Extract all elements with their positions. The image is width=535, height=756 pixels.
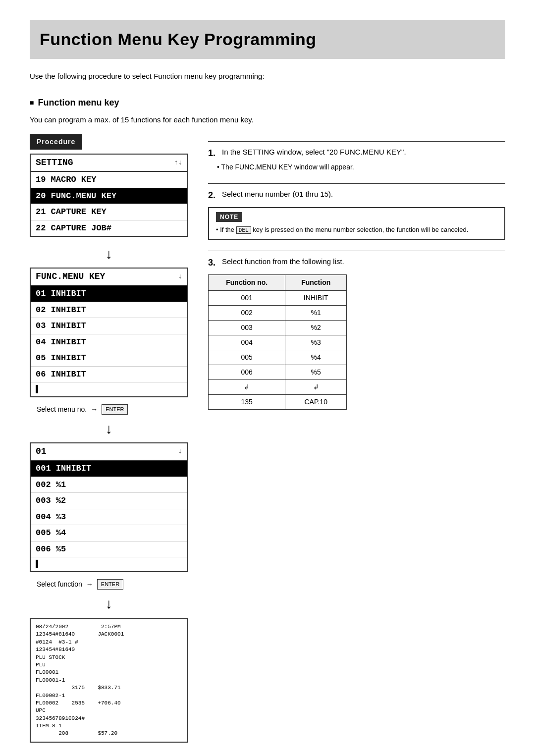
receipt-line-0: 08/24/2002 2:57PM: [36, 623, 182, 631]
func-menu-cursor-row: ▌: [31, 382, 187, 396]
section-desc: You can program a max. of 15 functions f…: [30, 114, 505, 126]
function-row-0: 001 INHIBIT: [31, 461, 187, 477]
page-title: Function Menu Key Programming: [30, 20, 505, 59]
procedure-label: Procedure: [30, 134, 82, 150]
enter-button-2[interactable]: ENTER: [97, 579, 123, 590]
func-table-row-4: 005%4: [209, 350, 347, 365]
select-menu-row: Select menu no. → ENTER: [37, 404, 188, 415]
function-table: Function no. Function 001INHIBIT002%1003…: [208, 274, 347, 410]
setting-row-1: 20 FUNC.MENU KEY: [31, 188, 187, 205]
func-table-row-2: 003%2: [209, 320, 347, 335]
arrow-down-3: ↓: [30, 594, 188, 614]
func-table-cell-5-1: %5: [285, 365, 347, 379]
main-content: Procedure SETTING ↑↓ 19 MACRO KEY 20 FUN…: [30, 134, 505, 743]
receipt-line-14: 208 $57.20: [36, 730, 182, 737]
step-1-text: In the SETTING window, select "20 FUNC.M…: [222, 147, 406, 158]
section-heading: Function menu key: [30, 96, 505, 109]
function-row-3: 004 %3: [31, 509, 187, 526]
receipt-line-9: FL00002-1: [36, 692, 182, 700]
arrow-right-1: →: [91, 404, 98, 415]
receipt-line-11: UPC: [36, 707, 182, 714]
func-table-header-0: Function no.: [209, 274, 285, 290]
note-label: NOTE: [216, 212, 242, 222]
step-3: 3. Select function from the following li…: [208, 256, 505, 410]
func-menu-row-5: 06 INHIBIT: [31, 367, 187, 383]
note-box: NOTE • If the DEL key is pressed on the …: [208, 207, 505, 240]
func-menu-row-1: 02 INHIBIT: [31, 302, 187, 319]
func-menu-display: FUNC.MENU KEY ↓ 01 INHIBIT 02 INHIBIT 03…: [30, 268, 188, 397]
arrow-right-2: →: [86, 579, 93, 590]
divider-1: [208, 141, 505, 142]
setting-arrows: ↑↓: [174, 158, 182, 168]
func-table-cell-5-0: 006: [209, 365, 285, 379]
receipt-line-7: FL00001-1: [36, 677, 182, 684]
func-table-cell-2-1: %2: [285, 320, 347, 335]
function-display: 01 ↓ 001 INHIBIT 002 %1 003 %2 004 %3 00…: [30, 442, 188, 572]
func-table-cell-7-1: CAP.10: [285, 394, 347, 409]
func-table-cell-2-0: 003: [209, 320, 285, 335]
note-text: • If the DEL key is pressed on the menu …: [216, 225, 497, 235]
func-menu-row-3: 04 INHIBIT: [31, 334, 187, 351]
receipt-line-2: #0124 #3-1 #: [36, 639, 182, 646]
step-2: 2. Select menu number (01 thru 15). NOTE…: [208, 189, 505, 240]
function-row-5: 006 %5: [31, 541, 187, 558]
func-table-cell-6-1: ↲: [285, 379, 347, 394]
receipt-line-1: 123454#81640 JACK0001: [36, 631, 182, 638]
receipt-display: 08/24/2002 2:57PM 123454#81640 JACK0001 …: [30, 618, 188, 743]
receipt-line-6: FL00001: [36, 669, 182, 676]
select-menu-label: Select menu no.: [37, 404, 87, 415]
left-column: Procedure SETTING ↑↓ 19 MACRO KEY 20 FUN…: [30, 134, 188, 743]
func-table-row-5: 006%5: [209, 365, 347, 379]
function-row-4: 005 %4: [31, 525, 187, 541]
receipt-line-12: 32345678910024#: [36, 715, 182, 722]
receipt-line-5: PLU: [36, 661, 182, 669]
func-menu-arrow: ↓: [178, 271, 182, 282]
step-1: 1. In the SETTING window, select "20 FUN…: [208, 147, 505, 172]
func-table-row-0: 001INHIBIT: [209, 290, 347, 305]
step-2-text: Select menu number (01 thru 15).: [222, 189, 333, 200]
func-menu-row-4: 05 INHIBIT: [31, 350, 187, 367]
receipt-line-8: 3175 $833.71: [36, 684, 182, 692]
func-menu-row-0: 01 INHIBIT: [31, 286, 187, 302]
func-table-cell-0-0: 001: [209, 290, 285, 305]
func-menu-header-row: FUNC.MENU KEY ↓: [31, 269, 187, 286]
func-table-cell-6-0: ↲: [209, 379, 285, 394]
func-table-cell-3-1: %3: [285, 335, 347, 350]
del-key: DEL: [236, 226, 251, 234]
func-table-header-1: Function: [285, 274, 347, 290]
setting-header-text: SETTING: [36, 156, 73, 169]
setting-row-0: 19 MACRO KEY: [31, 172, 187, 188]
func-table-cell-0-1: INHIBIT: [285, 290, 347, 305]
arrow-down-2: ↓: [30, 419, 188, 439]
func-table-row-7: 135CAP.10: [209, 394, 347, 409]
setting-display: SETTING ↑↓ 19 MACRO KEY 20 FUNC.MENU KEY…: [30, 154, 188, 237]
func-table-cell-4-0: 005: [209, 350, 285, 365]
intro-text: Use the following procedure to select Fu…: [30, 71, 505, 82]
function-header-arrow: ↓: [178, 446, 182, 457]
func-table-cell-4-1: %4: [285, 350, 347, 365]
step-1-sub: • The FUNC.MENU KEY window will appear.: [217, 162, 505, 172]
function-header-text: 01: [36, 445, 47, 458]
select-function-label: Select function: [37, 579, 82, 590]
func-menu-header-text: FUNC.MENU KEY: [36, 270, 105, 283]
step-1-number: 1.: [208, 147, 218, 160]
func-menu-row-2: 03 INHIBIT: [31, 318, 187, 334]
func-table-cell-1-1: %1: [285, 305, 347, 320]
receipt-line-10: FL00002 2535 +706.40: [36, 700, 182, 707]
function-row-2: 003 %2: [31, 493, 187, 509]
func-table-row-3: 004%3: [209, 335, 347, 350]
divider-3: [208, 251, 505, 251]
receipt-line-13: ITEM-8-1: [36, 722, 182, 730]
divider-2: [208, 183, 505, 184]
function-cursor-row: ▌: [31, 557, 187, 571]
receipt-line-3: 123454#81640: [36, 646, 182, 653]
select-function-row: Select function → ENTER: [37, 579, 188, 590]
right-column: 1. In the SETTING window, select "20 FUN…: [208, 134, 505, 421]
setting-header-row: SETTING ↑↓: [31, 155, 187, 172]
step-3-text: Select function from the following list.: [222, 256, 344, 268]
function-row-1: 002 %1: [31, 477, 187, 493]
enter-button-1[interactable]: ENTER: [102, 404, 128, 415]
setting-row-2: 21 CAPTURE KEY: [31, 204, 187, 220]
func-table-row-6: ↲↲: [209, 379, 347, 394]
function-header-row: 01 ↓: [31, 443, 187, 461]
